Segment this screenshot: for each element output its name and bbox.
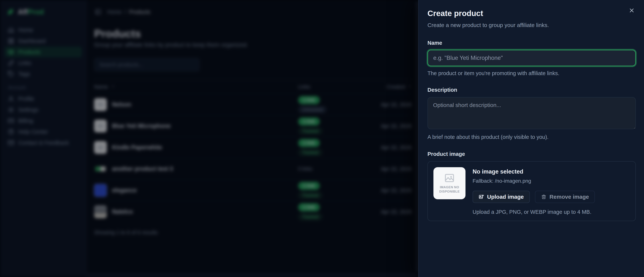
created-date: Apr 22, 2026 (367, 102, 412, 108)
table-row[interactable]: elegance 1 link Tracked Apr 22, 2026 (94, 180, 412, 201)
close-icon (629, 8, 634, 13)
table-row[interactable]: Natelco 1 link Tracked Apr 22, 2026 (94, 201, 412, 222)
sidebar-item-label: Help Center (18, 128, 48, 135)
product-image-card: IMAGEN NO DISPONIBLE No image selected F… (428, 161, 636, 221)
sidebar-item-label: Home (18, 27, 33, 33)
sidebar-item-products[interactable]: Products (4, 46, 82, 58)
dashboard-icon (8, 38, 14, 44)
sidebar-item-contact-feedback[interactable]: Contact & Feedback (4, 138, 82, 148)
status-badge: Tracked (298, 127, 322, 135)
created-date: Apr 22, 2026 (367, 144, 412, 150)
remove-image-button[interactable]: Remove image (535, 191, 595, 203)
sidebar-item-home[interactable]: Home (4, 24, 82, 36)
description-label: Description (428, 87, 636, 93)
product-name: Kindle Paperwhite (112, 144, 162, 151)
product-name: another product test 3 (112, 166, 173, 172)
user-icon (8, 96, 14, 102)
table-row[interactable]: another product test 3 0 links Apr 22, 2… (94, 158, 412, 180)
breadcrumb-home-link[interactable]: Home (107, 9, 122, 15)
breadcrumb-separator: / (124, 9, 126, 15)
links-count-text: 0 links (298, 166, 312, 172)
mail-icon (8, 140, 14, 146)
table-row[interactable]: Nelson 1 link Untracked Apr 22, 2026 (94, 94, 412, 115)
links-count-badge: 1 link (298, 203, 320, 212)
panel-left-icon (95, 9, 101, 15)
trash-icon (541, 194, 546, 200)
box-icon (8, 49, 14, 55)
links-count-badge: 1 link (298, 96, 320, 104)
sidebar-toggle-button[interactable] (94, 8, 102, 16)
products-table: Name Links Created Nelson 1 link Untrack… (94, 80, 412, 222)
topbar: Home / Products (94, 8, 420, 16)
sidebar-item-label: Contact & Feedback (18, 140, 69, 146)
name-label: Name (428, 40, 636, 46)
product-name: Blue Yeti Microphone (112, 123, 171, 129)
sidebar-item-dashboard[interactable]: Dashboard (4, 36, 82, 46)
sort-icon (111, 84, 115, 90)
sidebar-item-help-center[interactable]: Help Center (4, 126, 82, 137)
home-icon (8, 27, 14, 33)
product-thumbnail (94, 184, 107, 197)
search-input[interactable] (94, 58, 200, 72)
fallback-path: Fallback: /no-imagen.png (472, 178, 630, 184)
sidebar-item-label: Billing (18, 118, 33, 124)
product-thumbnail (94, 98, 107, 111)
product-description-textarea[interactable] (428, 97, 636, 129)
breadcrumb: Home / Products (107, 9, 150, 15)
column-header-links: Links (298, 84, 367, 90)
created-date: Apr 22, 2026 (367, 166, 412, 172)
status-badge: Tracked (298, 192, 322, 199)
links-count-badge: 1 link (298, 139, 320, 147)
sidebar-item-settings[interactable]: Settings (4, 104, 82, 115)
product-thumbnail (94, 120, 107, 132)
help-circle-icon (8, 128, 14, 135)
sidebar-item-label: Products (18, 49, 40, 55)
upload-image-button[interactable]: Upload image (472, 191, 530, 203)
create-product-drawer: Create product Create a new product to g… (418, 0, 644, 277)
links-count-badge: 1 link (298, 118, 320, 126)
created-date: Apr 22, 2026 (367, 187, 412, 194)
status-badge: Tracked (298, 149, 322, 156)
product-name: Natelco (112, 208, 133, 215)
name-helper-text: The product or item you're promoting wit… (428, 70, 636, 76)
table-row[interactable]: Kindle Paperwhite 1 link Tracked Apr 22,… (94, 137, 412, 158)
image-info: No image selected Fallback: /no-imagen.p… (472, 167, 630, 215)
results-summary: Showing 1 to 6 of 6 results (94, 230, 420, 236)
links-count-badge: 1 link (298, 182, 320, 190)
image-helper-text: Upload a JPG, PNG, or WEBP image up to 4… (472, 209, 630, 215)
sidebar-item-profile[interactable]: Profile (4, 94, 82, 104)
table-row[interactable]: Blue Yeti Microphone 1 link Tracked Apr … (94, 115, 412, 137)
leaf-icon (6, 8, 15, 16)
product-name-input[interactable] (428, 50, 636, 66)
horizontal-scrollbar[interactable] (87, 274, 418, 277)
description-helper-text: A brief note about this product (only vi… (428, 134, 636, 140)
sidebar-item-links[interactable]: Links (4, 58, 82, 68)
sidebar-item-label: Tags (18, 71, 30, 77)
product-name: Nelson (112, 101, 131, 108)
created-date: Apr 22, 2026 (367, 123, 412, 129)
sidebar-item-label: Profile (18, 96, 34, 102)
column-header-created[interactable]: Created (367, 84, 412, 90)
image-plus-icon (478, 194, 484, 200)
brand-logo[interactable]: AffProd (6, 8, 82, 16)
gear-icon (8, 106, 14, 113)
sidebar-item-label: Links (18, 60, 31, 66)
product-image-label: Product image (428, 151, 636, 157)
image-placeholder: IMAGEN NO DISPONIBLE (434, 167, 466, 199)
drawer-title: Create product (428, 9, 636, 18)
product-name: elegance (112, 187, 137, 194)
close-button[interactable] (628, 6, 636, 14)
status-badge: Untracked (298, 106, 327, 113)
page-subtitle: Group your affiliate links by product to… (94, 42, 420, 48)
brand-name: AffProd (18, 8, 44, 16)
image-placeholder-text: IMAGEN NO DISPONIBLE (437, 185, 462, 194)
sidebar-item-label: Dashboard (18, 38, 46, 44)
link-icon (8, 60, 14, 66)
product-thumbnail (94, 141, 107, 154)
table-header: Name Links Created (94, 80, 412, 94)
tag-icon (8, 71, 14, 77)
column-header-name[interactable]: Name (94, 84, 298, 90)
sidebar-item-tags[interactable]: Tags (4, 68, 82, 80)
sidebar-item-billing[interactable]: Billing (4, 116, 82, 126)
product-thumbnail (94, 206, 107, 218)
